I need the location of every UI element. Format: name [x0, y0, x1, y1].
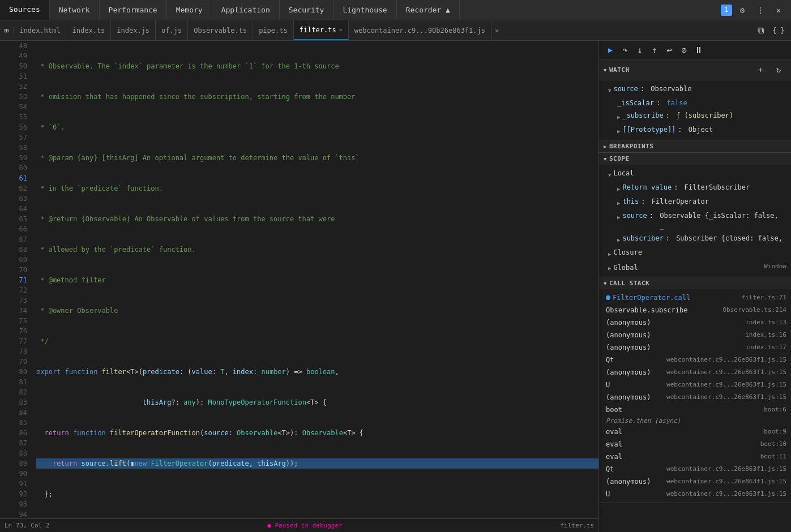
watch-item-subscribe[interactable]: _subscribe: ƒ (subscriber): [599, 109, 791, 123]
call-stack-content: FilterOperator.call filter.ts:71 Observa…: [599, 289, 791, 503]
pretty-print-icon[interactable]: { }: [771, 23, 786, 38]
scope-return-value[interactable]: Return value: FilterSubscriber: [599, 181, 791, 195]
call-stack-item[interactable]: (anonymous) webcontainer.c9...26e863f1.j…: [599, 475, 791, 488]
settings-icon[interactable]: ⚙: [734, 2, 750, 18]
return-value-arrow-icon: [617, 184, 620, 194]
paused-indicator: ● Paused in debugger: [267, 522, 342, 529]
pause-on-exception-button[interactable]: ⏸: [692, 43, 706, 57]
file-tab-index-ts[interactable]: index.ts: [66, 20, 111, 40]
tab-performance[interactable]: Performance: [100, 0, 167, 20]
subscriber-arrow-icon: [617, 235, 620, 245]
tab-recorder[interactable]: Recorder ▲: [397, 0, 460, 20]
call-stack-item[interactable]: U webcontainer.c9...26e863f1.js:15: [599, 379, 791, 391]
watch-item-isscalar[interactable]: _isScalar: false: [599, 97, 791, 109]
file-tabs-actions: ⧉ { }: [752, 23, 791, 38]
code-content[interactable]: 4849505152 5354555657 585960 61 62636465…: [0, 41, 598, 518]
file-tab-webcontainer[interactable]: webcontainer.c9...90b26e863f1.js: [349, 20, 491, 40]
subscribe-arrow-icon: [617, 112, 620, 122]
breakpoints-header[interactable]: Breakpoints: [599, 140, 791, 152]
call-stack-header[interactable]: Call Stack: [599, 277, 791, 289]
call-stack-item[interactable]: eval boot:11: [599, 451, 791, 463]
call-stack-item[interactable]: (anonymous) index.ts:16: [599, 329, 791, 341]
call-stack-item[interactable]: (anonymous) webcontainer.c9...26e863f1.j…: [599, 366, 791, 379]
call-stack-section: Call Stack FilterOperator.call filter.ts…: [599, 277, 791, 503]
file-tab-observable-ts[interactable]: Observable.ts: [188, 20, 253, 40]
step-out-button[interactable]: ↑: [648, 43, 661, 57]
file-tab-bar: ⊞ index.html index.ts index.js of.js Obs…: [0, 20, 791, 41]
scope-chevron-icon: [604, 155, 607, 162]
watch-source-arrow: [608, 85, 611, 96]
step-back-button[interactable]: ↩: [662, 43, 676, 57]
promise-then-async-label: Promise.then (async): [599, 416, 791, 426]
tab-security[interactable]: Security: [280, 0, 334, 20]
scope-global[interactable]: Global Window: [599, 260, 791, 274]
close-devtools-icon[interactable]: ✕: [771, 2, 786, 18]
tab-lighthouse[interactable]: Lighthouse: [333, 0, 396, 20]
prototype-arrow-icon: [617, 126, 620, 136]
watch-actions: + ↻: [752, 62, 786, 78]
refresh-watch-icon[interactable]: ↻: [771, 62, 786, 78]
watch-item-source[interactable]: source: Observable: [599, 83, 791, 97]
resume-button[interactable]: ▶: [604, 43, 617, 57]
file-tab-filter-ts[interactable]: filter.ts ✕: [294, 20, 349, 40]
deactivate-breakpoints-button[interactable]: ⊘: [677, 43, 691, 57]
call-stack-item[interactable]: (anonymous) index.ts:17: [599, 341, 791, 354]
scope-local-group[interactable]: Local: [599, 167, 791, 181]
tab-sources[interactable]: Sources: [0, 0, 50, 20]
bottom-status-bar: Ln 73, Col 2 ● Paused in debugger filter…: [0, 518, 598, 532]
line-gutter: [0, 41, 9, 518]
scope-section: Scope Local Return value: FilterSubscrib…: [599, 153, 791, 277]
format-document-icon[interactable]: ⧉: [752, 23, 768, 38]
watch-section-toggle[interactable]: Watch: [604, 66, 630, 74]
code-lines: * Observable. The `index` parameter is t…: [32, 41, 598, 518]
call-stack-item[interactable]: U webcontainer.c9...26e863f1.js:15: [599, 488, 791, 500]
more-tabs-icon[interactable]: »: [491, 27, 502, 35]
source-arrow-icon: [617, 212, 620, 222]
debug-toolbar: ▶ ↷ ↓ ↑ ↩ ⊘ ⏸: [599, 41, 791, 59]
scope-subscriber[interactable]: subscriber: Subscriber {closed: false,: [599, 232, 791, 246]
main-area: 4849505152 5354555657 585960 61 62636465…: [0, 41, 791, 532]
watch-chevron-icon: [604, 66, 607, 74]
call-stack-item[interactable]: boot boot:6: [599, 404, 791, 416]
scope-header[interactable]: Scope: [599, 153, 791, 165]
step-over-button[interactable]: ↷: [618, 43, 632, 57]
active-frame-dot: [606, 295, 610, 300]
top-tab-bar: Sources Network Performance Memory Appli…: [0, 0, 791, 20]
call-stack-item[interactable]: (anonymous) index.ts:13: [599, 316, 791, 329]
call-stack-item[interactable]: FilterOperator.call filter.ts:71: [599, 291, 791, 304]
file-tab-pipe-ts[interactable]: pipe.ts: [253, 20, 294, 40]
tab-memory[interactable]: Memory: [167, 0, 212, 20]
close-filter-tab-icon[interactable]: ✕: [339, 27, 343, 33]
tab-network[interactable]: Network: [50, 0, 100, 20]
panel-sections: Watch + ↻ source: Observable _isScalar: …: [599, 59, 791, 532]
scope-this[interactable]: this: FilterOperator: [599, 195, 791, 209]
tab-application[interactable]: Application: [212, 0, 280, 20]
line-numbers: 4849505152 5354555657 585960 61 62636465…: [9, 41, 32, 518]
breakpoints-chevron-icon: [604, 143, 607, 150]
call-stack-item[interactable]: (anonymous) webcontainer.c9...26e863f1.j…: [599, 391, 791, 404]
global-chevron-icon: [608, 263, 611, 273]
file-tab-of-js[interactable]: of.js: [156, 20, 188, 40]
add-watch-icon[interactable]: +: [752, 62, 768, 78]
scope-content: Local Return value: FilterSubscriber thi…: [599, 165, 791, 277]
top-tab-actions: 1 ⚙ ⋮ ✕: [721, 2, 791, 18]
watch-section: Watch + ↻ source: Observable _isScalar: …: [599, 59, 791, 140]
watch-header: Watch + ↻: [599, 59, 791, 80]
call-stack-item[interactable]: Qt webcontainer.c9...26e863f1.js:15: [599, 354, 791, 366]
watch-item-prototype[interactable]: [[Prototype]]: Object: [599, 123, 791, 138]
call-stack-item[interactable]: Observable.subscribe Observable.ts:214: [599, 304, 791, 316]
more-options-icon[interactable]: ⋮: [752, 2, 768, 18]
file-context: filter.ts: [560, 522, 594, 529]
breakpoints-section: Breakpoints: [599, 140, 791, 153]
code-editor: 4849505152 5354555657 585960 61 62636465…: [0, 41, 598, 532]
scope-source[interactable]: source: Observable {_isScalar: false, _: [599, 209, 791, 232]
call-stack-item[interactable]: eval boot:9: [599, 426, 791, 438]
devtools-badge[interactable]: 1: [721, 5, 732, 16]
step-into-button[interactable]: ↓: [633, 43, 647, 57]
file-tab-index-js[interactable]: index.js: [111, 20, 156, 40]
call-stack-item[interactable]: Qt webcontainer.c9...26e863f1.js:15: [599, 463, 791, 475]
scope-closure[interactable]: Closure: [599, 246, 791, 260]
call-stack-item[interactable]: eval boot:10: [599, 438, 791, 451]
file-tab-index-html[interactable]: index.html: [14, 20, 66, 40]
file-navigator-toggle[interactable]: ⊞: [0, 27, 14, 35]
